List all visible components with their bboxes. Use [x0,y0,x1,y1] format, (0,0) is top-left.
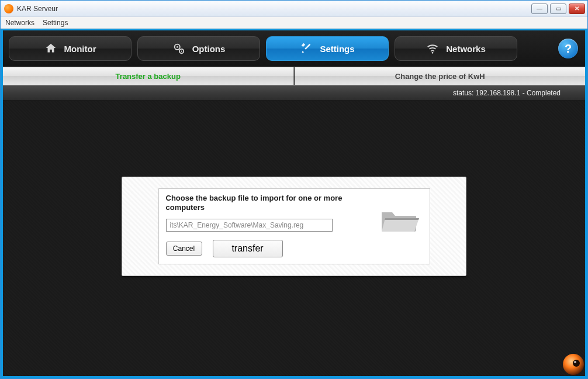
close-button[interactable]: ✕ [569,4,585,14]
app-icon [4,4,13,13]
help-button[interactable]: ? [558,39,578,58]
tab-options[interactable]: Options [137,36,260,61]
tab-monitor[interactable]: Monitor [9,36,132,61]
tab-settings[interactable]: Settings [266,36,389,61]
subtab-transfer-backup[interactable]: Transfer a backup [3,67,293,85]
tab-label: Monitor [64,44,96,54]
titlebar: KAR Serveur — ▭ ✕ [1,1,587,17]
gears-icon [172,42,185,55]
svg-point-6 [573,360,580,367]
tab-label: Settings [320,44,354,54]
settings-subtabs: Transfer a backup Change the price of Kw… [3,67,585,85]
file-path-input[interactable]: its\KAR_Energy_Software\Max_Saving.reg [166,219,333,232]
tools-icon [300,42,313,55]
wifi-icon [426,42,439,55]
svg-point-3 [181,50,182,51]
app-window: KAR Serveur — ▭ ✕ Networks Settings Moni… [0,0,588,379]
home-icon [44,42,57,55]
content-area: Choose the backup file to import for one… [3,101,585,376]
client-area: Monitor Options Settings Networks [1,29,587,378]
subtab-change-kwh[interactable]: Change the price of KwH [295,67,586,85]
menubar: Networks Settings [1,17,587,29]
import-panel: Choose the backup file to import for one… [122,177,466,276]
main-tabbar: Monitor Options Settings Networks [3,30,585,67]
menu-networks[interactable]: Networks [5,19,34,27]
import-prompt: Choose the backup file to import for one… [166,194,353,213]
svg-point-4 [432,52,434,54]
browse-folder-icon[interactable] [379,206,421,235]
menu-settings[interactable]: Settings [43,19,68,27]
svg-point-2 [177,46,178,48]
brand-orb-icon [557,348,584,375]
tab-label: Options [192,44,226,54]
maximize-button[interactable]: ▭ [550,4,566,14]
minimize-button[interactable]: — [531,4,548,14]
tab-networks[interactable]: Networks [395,36,517,61]
transfer-button[interactable]: transfer [213,240,283,257]
status-text: status: 192.168.198.1 - Completed [453,89,561,97]
status-bar: status: 192.168.198.1 - Completed [3,85,585,101]
import-form: Choose the backup file to import for one… [158,188,430,264]
window-title: KAR Serveur [17,5,531,13]
svg-point-7 [574,361,576,363]
cancel-button[interactable]: Cancel [166,242,202,256]
tab-label: Networks [446,44,486,54]
window-buttons: — ▭ ✕ [531,4,585,14]
